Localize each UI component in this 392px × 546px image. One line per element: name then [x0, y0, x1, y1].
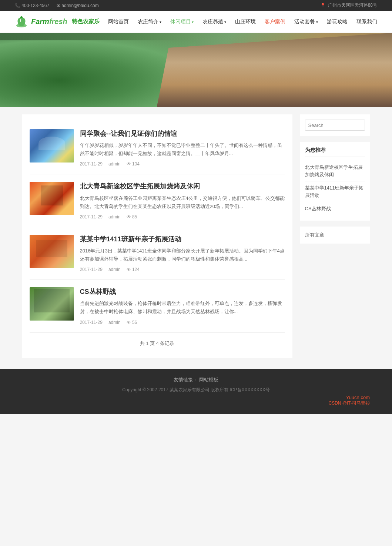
article-content-2: 北大青鸟新途校区学生拓展加烧烤及休闲 北大青鸟校区坐落在麓谷工业园距离某某生态农…: [80, 182, 285, 219]
header: Farmfresh 特色农家乐 网站首页 农庄简介 休闲项目 农庄养殖 山庄环境…: [0, 11, 392, 33]
article-views-4: 👁 56: [127, 320, 137, 325]
article-desc-2: 北大青鸟校区坐落在麓谷工业园距离某某生态农庄4公里，交通很方便，他们可以骑车、公…: [80, 194, 285, 211]
top-bar-left: 📞 400-123-4567 ✉ admin@baidu.com: [15, 3, 99, 8]
article-thumb-2: [30, 182, 74, 215]
article-date-1: 2017-11-29: [80, 161, 103, 167]
article-desc-4: 当前先进的激光对战装备，枪体开枪时带后坐力，瞄准带红外，可单点，连发，多连发，榴…: [80, 299, 285, 316]
sidebar: 🔍 为您推荐 北大青鸟新途校区学生拓展加烧烤及休闲 某某中学1411班新年亲子拓…: [300, 114, 370, 358]
main-nav: 网站首页 农庄简介 休闲项目 农庄养殖 山庄环境 客户案例 活动套餐 游玩攻略 …: [108, 17, 377, 27]
nav-home[interactable]: 网站首页: [108, 17, 129, 27]
article-author-1: admin: [108, 161, 121, 167]
svg-point-1: [20, 16, 23, 19]
recommend-item-2[interactable]: 某某中学1411班新年亲子拓展活动: [305, 181, 365, 202]
logo-subtitle: 特色农家乐: [72, 18, 100, 25]
article-date-3: 2017-11-29: [80, 267, 103, 272]
sidebar-recommend: 为您推荐 北大青鸟新途校区学生拓展加烧烤及休闲 某某中学1411班新年亲子拓展活…: [300, 142, 370, 221]
phone-info: 📞 400-123-4567: [15, 3, 49, 8]
article-content-4: CS丛林野战 当前先进的激光对战装备，枪体开枪时带后坐力，瞄准带红外，可单点，连…: [80, 287, 285, 325]
article-meta-4: 2017-11-29 admin 👁 56: [80, 320, 285, 325]
logo-text-group: Farmfresh: [31, 17, 67, 26]
recommend-title: 为您推荐: [305, 147, 365, 157]
recommend-item-3[interactable]: CS丛林野战: [305, 202, 365, 215]
article-thumb-1: [30, 129, 74, 163]
main-wrapper: 同学聚会--让我们见证你们的情谊 年年岁岁花相似，岁岁年年人不同，不知不觉已毕业…: [19, 114, 374, 358]
article-item: CS丛林野战 当前先进的激光对战装备，枪体开枪时带后坐力，瞄准带红外，可单点，连…: [30, 280, 285, 332]
sidebar-search-box: 🔍: [300, 114, 370, 136]
article-views-2: 👁 85: [127, 214, 137, 220]
article-content-3: 某某中学1411班新年亲子拓展活动 2016年元月3日，某某中学1411班全体同…: [80, 235, 285, 272]
logo-image: [15, 15, 28, 29]
article-title-4[interactable]: CS丛林野战: [80, 287, 285, 297]
email-icon: ✉: [57, 3, 60, 8]
address-text: 广州市天河区天河路88号: [328, 2, 377, 9]
article-desc-1: 年年岁岁花相似，岁岁年年人不同，不知不觉已毕业整整二十年头了。世间有这么一种情感…: [80, 141, 285, 158]
yuucn-watermark: Yuucn.com: [15, 395, 377, 400]
footer: 友情链接： 网站模板 Copyright © 2002-2017 某某农家乐有限…: [0, 369, 392, 414]
nav-guide[interactable]: 游玩攻略: [327, 17, 348, 27]
article-meta-3: 2017-11-29 admin 👁 124: [80, 267, 285, 272]
article-views-3: 👁 124: [127, 267, 140, 272]
article-meta-1: 2017-11-29 admin 👁 104: [80, 161, 285, 167]
phone-number: 400-123-4567: [21, 3, 49, 8]
nav-farm[interactable]: 农庄养殖: [202, 17, 226, 27]
nav-intro[interactable]: 农庄简介: [138, 17, 161, 27]
footer-links: 友情链接： 网站模板: [15, 376, 377, 383]
hero-banner: [0, 33, 392, 107]
article-date-2: 2017-11-29: [80, 214, 103, 220]
article-author-3: admin: [108, 267, 121, 272]
csdn-watermark: CSDN @IT-司马青衫: [15, 400, 377, 406]
article-thumb-4: [30, 287, 74, 321]
article-desc-3: 2016年元月3日，某某中学1411班全体同学和部分家长开展了新年拓展活动。因为…: [80, 247, 285, 263]
nav-leisure[interactable]: 休闲项目: [170, 17, 194, 27]
article-views-1: 👁 104: [127, 161, 140, 167]
article-meta-2: 2017-11-29 admin 👁 85: [80, 214, 285, 220]
nav-cases[interactable]: 客户案例: [265, 17, 285, 27]
article-item: 某某中学1411班新年亲子拓展活动 2016年元月3日，某某中学1411班全体同…: [30, 227, 285, 280]
logo: Farmfresh 特色农家乐: [15, 15, 100, 29]
sidebar-all-articles: 所有文章: [300, 227, 370, 244]
article-title-2[interactable]: 北大青鸟新途校区学生拓展加烧烤及休闲: [80, 182, 285, 191]
search-input[interactable]: [305, 120, 365, 130]
pagination-text: 共 1 页 4 条记录: [140, 341, 175, 346]
logo-farm: Farm: [31, 17, 49, 26]
nav-environment[interactable]: 山庄环境: [235, 17, 256, 27]
nav-packages[interactable]: 活动套餐: [294, 17, 318, 27]
article-author-4: admin: [108, 320, 121, 325]
footer-copyright: Copyright © 2002-2017 某某农家乐有限公司 版权所有 ICP…: [15, 387, 377, 393]
article-thumb-3: [30, 235, 74, 268]
website-template-link[interactable]: 网站模板: [199, 377, 218, 382]
article-content-1: 同学聚会--让我们见证你们的情谊 年年岁岁花相似，岁岁年年人不同，不知不觉已毕业…: [80, 129, 285, 167]
articles-section: 同学聚会--让我们见证你们的情谊 年年岁岁花相似，岁岁年年人不同，不知不觉已毕业…: [22, 114, 292, 358]
recommend-list: 北大青鸟新途校区学生拓展加烧烤及休闲 某某中学1411班新年亲子拓展活动 CS丛…: [305, 161, 365, 215]
logo-fresh: fresh: [49, 17, 67, 26]
article-date-4: 2017-11-29: [80, 320, 103, 325]
top-bar-right: 📍 广州市天河区天河路88号: [320, 2, 377, 9]
all-articles-link[interactable]: 所有文章: [305, 232, 324, 238]
friendly-links-label: 友情链接：: [174, 377, 198, 382]
article-item: 北大青鸟新途校区学生拓展加烧烤及休闲 北大青鸟校区坐落在麓谷工业园距离某某生态农…: [30, 174, 285, 227]
email-address: admin@baidu.com: [61, 3, 98, 8]
location-icon: 📍: [320, 3, 326, 8]
nav-contact[interactable]: 联系我们: [356, 17, 377, 27]
article-title-1[interactable]: 同学聚会--让我们见证你们的情谊: [80, 129, 285, 138]
email-info: ✉ admin@baidu.com: [57, 3, 99, 8]
pagination: 共 1 页 4 条记录: [30, 333, 285, 351]
phone-icon: 📞: [15, 3, 20, 8]
top-bar: 📞 400-123-4567 ✉ admin@baidu.com 📍 广州市天河…: [0, 0, 392, 11]
recommend-item-1[interactable]: 北大青鸟新途校区学生拓展加烧烤及休闲: [305, 161, 365, 181]
article-title-3[interactable]: 某某中学1411班新年亲子拓展活动: [80, 235, 285, 244]
article-item: 同学聚会--让我们见证你们的情谊 年年岁岁花相似，岁岁年年人不同，不知不觉已毕业…: [30, 122, 285, 174]
search-form: 🔍: [305, 120, 365, 131]
article-author-2: admin: [108, 214, 121, 220]
